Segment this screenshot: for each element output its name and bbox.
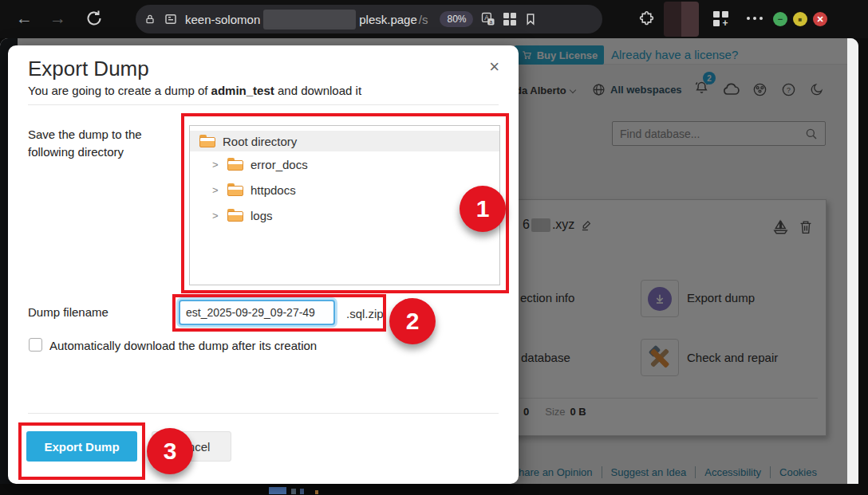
auto-download-label: Automatically download the dump after it… [49,339,317,352]
step-badge-3: 3 [147,428,193,474]
directory-label: Save the dump to the following directory [28,126,168,161]
profile-avatar[interactable] [664,2,699,37]
close-window-button[interactable]: ✕ [813,12,827,26]
folder-icon [227,209,243,222]
extensions-puzzle-icon[interactable] [638,10,655,27]
chevron-right-icon[interactable]: > [212,184,220,196]
tree-item-logs[interactable]: > logs [190,202,499,228]
chevron-right-icon[interactable]: > [212,159,220,171]
directory-tree[interactable]: Root directory > error_docs > httpdocs >… [189,125,500,285]
divider [28,104,499,105]
export-dump-button[interactable]: Export Dump [26,431,137,462]
split-screen-icon[interactable] [503,13,516,26]
folder-icon [227,183,243,196]
apps-grid-icon[interactable]: + [713,11,729,27]
chevron-right-icon[interactable]: > [212,210,220,222]
tree-item-error-docs[interactable]: > error_docs [190,151,499,177]
svg-text:a: a [490,19,493,25]
minimize-button[interactable]: − [773,12,787,26]
step-badge-1: 1 [460,186,506,232]
divider [28,413,499,414]
modal-title: Export Dump [28,57,149,81]
taskbar-fragment [269,487,286,494]
translate-icon[interactable]: A a [480,11,496,27]
export-dump-modal: × Export Dump You are going to create a … [8,45,519,484]
browser-scrollbar[interactable] [847,38,858,484]
maximize-button[interactable]: ■ [793,12,807,26]
zoom-level-badge[interactable]: 80% [440,11,473,27]
forward-icon[interactable]: → [49,9,66,28]
tree-item-httpdocs[interactable]: > httpdocs [190,177,499,202]
url-redacted [263,10,356,29]
lock-icon [144,13,156,26]
taskbar-fragment [300,489,304,494]
tree-root-directory[interactable]: Root directory [190,131,499,151]
filename-suffix: .sql.zip [346,307,384,320]
reload-icon[interactable] [85,9,104,28]
folder-icon [227,158,243,171]
dump-filename-label: Dump filename [28,305,108,319]
modal-subtitle: You are going to create a dump of admin_… [28,84,361,97]
close-icon[interactable]: × [489,58,499,76]
taskbar-fragment [315,490,318,494]
url-text: keen-solomonplesk.page/s [185,10,428,29]
taskbar-fragment [291,489,296,494]
back-icon[interactable]: ← [16,9,33,28]
browser-menu-icon[interactable] [747,17,763,20]
address-bar[interactable]: keen-solomonplesk.page/s 80% A a [136,5,602,33]
dump-filename-input[interactable] [179,300,335,325]
auto-download-checkbox[interactable] [29,338,42,352]
bookmark-icon[interactable] [523,12,538,26]
folder-icon [199,135,215,147]
step-badge-2: 2 [389,298,436,344]
browser-chrome: ← → keen-solomonplesk.page/s 80% A a [0,0,868,38]
site-info-icon[interactable] [164,12,178,26]
